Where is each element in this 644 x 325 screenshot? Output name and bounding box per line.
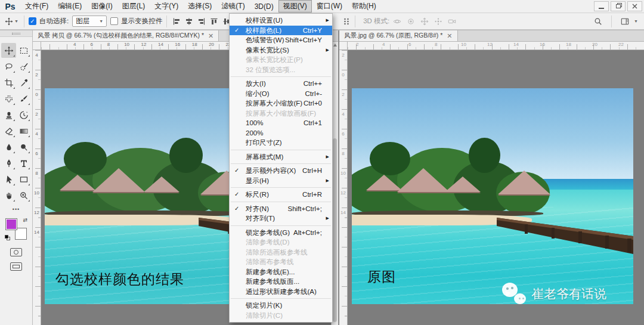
menu-item[interactable]: ✓ 缩小(O) Ctrl+- ▶ (230, 89, 332, 99)
menubar-item[interactable]: 选择(S) (183, 0, 216, 13)
3d-camera-icon[interactable] (448, 17, 456, 26)
foreground-color-swatch[interactable] (5, 218, 17, 230)
menubar-item[interactable]: 编辑(E) (53, 0, 86, 13)
ruler-number: 8 (33, 171, 41, 190)
menu-item[interactable]: ✓ 打印尺寸(Z) ▶ (230, 138, 332, 148)
vertical-ruler[interactable]: 202468101214 (339, 50, 348, 325)
clone-stamp-tool[interactable] (1, 107, 16, 122)
menu-item-label: 锁定参考线(G) (246, 228, 290, 238)
ruler-number: 6 (407, 42, 434, 49)
menubar-item[interactable]: 文件(F) (20, 0, 53, 13)
tab-close-icon[interactable]: ✕ (208, 33, 213, 39)
menu-item[interactable]: ✓ 像素长宽比(S) ▶ (230, 45, 332, 55)
menu-item-label: 缩小(O) (246, 89, 270, 99)
rectangle-shape-tool[interactable] (16, 172, 31, 187)
align-right-icon[interactable] (197, 17, 206, 26)
menu-item[interactable]: ✓ 校样颜色(L) Ctrl+Y ▶ (230, 26, 332, 36)
restore-button[interactable] (611, 1, 626, 11)
tool-preset-picker[interactable]: ▼ (4, 17, 20, 26)
3d-pan-icon[interactable] (420, 17, 429, 26)
vertical-ruler[interactable]: 4202468101214 (33, 50, 41, 325)
brush-tool[interactable] (16, 91, 31, 106)
crop-tool[interactable] (1, 75, 16, 90)
tab-close-icon[interactable]: ✕ (447, 33, 452, 39)
show-transform-checkbox[interactable] (110, 17, 118, 25)
type-tool[interactable] (16, 156, 31, 171)
menubar-item[interactable]: 视图(V) (278, 0, 312, 13)
menubar-item[interactable]: 文字(Y) (150, 0, 183, 13)
distribute-icon[interactable] (342, 17, 351, 26)
align-buttons (172, 17, 231, 26)
menubar-item[interactable]: 滤镜(T) (216, 0, 249, 13)
menu-item[interactable]: ✓ 新建参考线版面... ▶ (230, 277, 332, 287)
3d-slide-icon[interactable] (434, 17, 442, 26)
document-tab[interactable]: 风景 拷贝 @ 66.7% (勾选校样颜色的结果, RGB/8#/CMYK) *… (33, 30, 219, 41)
menu-item[interactable]: ✓ 对齐(N) Shift+Ctrl+; ▶ (230, 204, 332, 214)
menu-item[interactable]: ✓ 标尺(R) Ctrl+R ▶ (230, 190, 332, 200)
spot-healing-brush-tool[interactable] (1, 91, 16, 106)
scrollbar-thumb[interactable] (333, 138, 337, 322)
hand-icon (4, 191, 14, 200)
menu-item[interactable]: ✓ 通过形状新建参考线(A) ▶ (230, 287, 332, 297)
screen-mode-button[interactable] (10, 262, 22, 271)
scroll-up-arrow-icon[interactable] (333, 44, 337, 47)
document-tab[interactable]: 风景.jpg @ 66.7% (原图, RGB/8#) * ✕ (339, 30, 458, 41)
lasso-tool[interactable] (1, 59, 16, 74)
menu-item[interactable]: ✓ 新建参考线(E)... ▶ (230, 267, 332, 277)
menu-item[interactable]: ✓ 色域警告(W) Shift+Ctrl+Y ▶ (230, 35, 332, 45)
close-button[interactable] (627, 1, 642, 11)
align-center-icon[interactable] (185, 17, 193, 26)
ruler-corner[interactable] (339, 42, 348, 50)
menu-item[interactable]: ✓ 校样设置(U) ▶ (230, 16, 332, 26)
search-icon[interactable] (594, 17, 602, 26)
eraser-tool[interactable] (1, 123, 16, 138)
document-image[interactable]: 原图 (352, 88, 633, 304)
pen-tool[interactable] (1, 156, 16, 171)
menu-item[interactable]: ✓ 屏幕模式(M) ▶ (230, 152, 332, 162)
menu-item[interactable]: ✓ 200% ▶ (230, 128, 332, 138)
workspace-icon[interactable] (621, 17, 629, 26)
quick-mask-button[interactable] (10, 248, 22, 256)
menu-item[interactable]: ✓ 按屏幕大小缩放(F) Ctrl+0 ▶ (230, 98, 332, 109)
blur-tool[interactable] (1, 140, 16, 154)
menu-item[interactable]: ✓ 锁定切片(K) ▶ (230, 301, 332, 311)
menu-item[interactable]: ✓ 显示(H) ▶ (230, 176, 332, 186)
dodge-tool[interactable] (16, 140, 31, 154)
rectangular-marquee-tool[interactable] (16, 43, 31, 58)
3d-orbit-icon[interactable] (393, 17, 401, 26)
menubar-item[interactable]: 窗口(W) (312, 0, 347, 13)
edit-toolbar-icon[interactable]: ••• (0, 206, 32, 212)
auto-select-dropdown[interactable]: 图层 ▼ (72, 16, 107, 27)
menu-item[interactable]: ✓ 放大(I) Ctrl++ ▶ (230, 79, 332, 89)
tools-panel-header[interactable] (0, 30, 32, 37)
auto-select-checkbox[interactable]: ✓ (29, 17, 36, 25)
3d-roll-icon[interactable] (407, 17, 415, 26)
menu-item[interactable]: ✓ 对齐到(T) ▶ (230, 213, 332, 224)
menubar-item[interactable]: 3D(D) (250, 0, 278, 13)
horizontal-ruler[interactable]: 246810121416182022 (339, 42, 644, 50)
move-tool[interactable] (1, 43, 16, 58)
quick-selection-tool[interactable] (16, 59, 31, 74)
menu-item[interactable]: ✓ 显示额外内容(X) Ctrl+H ▶ (230, 166, 332, 176)
align-top-icon[interactable] (210, 17, 218, 26)
menu-item[interactable]: ✓ 100% Ctrl+1 ▶ (230, 118, 332, 128)
zoom-tool[interactable] (16, 188, 31, 203)
minimize-button[interactable] (594, 1, 609, 11)
ruler-corner[interactable] (33, 42, 41, 50)
menu-item-label: 屏幕模式(M) (246, 152, 283, 162)
menu-item-label: 对齐到(T) (246, 213, 275, 224)
hand-tool[interactable] (1, 188, 16, 203)
path-selection-tool[interactable] (1, 172, 16, 187)
menu-item[interactable]: ✓ 锁定参考线(G) Alt+Ctrl+; ▶ (230, 228, 332, 238)
menubar-item[interactable]: 帮助(H) (347, 0, 381, 13)
eyedropper-tool[interactable] (16, 75, 31, 90)
menubar-item[interactable]: 图像(I) (86, 0, 117, 13)
default-colors-icon[interactable] (5, 235, 10, 240)
window-controls (592, 1, 642, 11)
divider (166, 16, 167, 27)
align-left-icon[interactable] (172, 17, 181, 26)
menubar-item[interactable]: 图层(L) (117, 0, 150, 13)
swap-colors-icon[interactable]: ⇄ (23, 217, 27, 223)
history-brush-tool[interactable] (16, 107, 31, 122)
gradient-tool[interactable] (16, 123, 31, 138)
